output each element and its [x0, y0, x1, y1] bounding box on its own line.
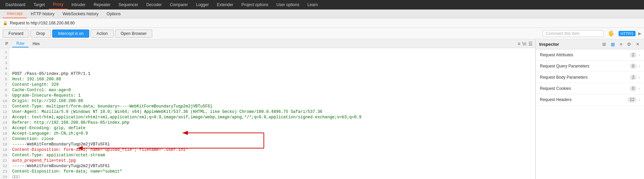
nav-item-comparer[interactable]: Comparer — [166, 0, 192, 9]
inspector-label-request-attributes: Request Attributes — [540, 53, 630, 57]
nav-item-intruder[interactable]: Intruder — [67, 0, 90, 9]
main-area: P Raw Hex ≡ \n ☰ 12345678910111213141516… — [0, 39, 644, 179]
inspector-count-headers: 12 — [627, 97, 637, 102]
inspector-label-body-params: Request Body Parameters — [540, 75, 630, 80]
inspector-list-icon[interactable]: ≡ — [619, 41, 623, 47]
nav-item-user-options[interactable]: User options — [272, 0, 303, 9]
top-nav: Dashboard Target Proxy Intruder Repeater… — [0, 0, 644, 9]
sub-nav-options[interactable]: Options — [102, 9, 124, 18]
inspector-title: Inspector — [539, 42, 599, 47]
lock-icon: 🔒 — [3, 21, 8, 25]
inspector-panel: Inspector ⊞ ▦ ≡ ⚙ ✕ Request Attributes 2… — [535, 39, 644, 179]
inspector-count-request-attributes: 2 — [630, 52, 637, 58]
inspector-count-query-params: 0 — [630, 63, 637, 69]
request-bar: 🔒 Request to http://192.168.200.88:80 — [0, 18, 644, 28]
nav-item-sequencer[interactable]: Sequencer — [115, 0, 142, 9]
sub-nav-http-history[interactable]: HTTP history — [27, 9, 59, 18]
editor-area: P Raw Hex ≡ \n ☰ 12345678910111213141516… — [0, 39, 535, 179]
forward-button[interactable]: Forward — [3, 29, 29, 38]
chevron-right-icon-2: › — [639, 64, 640, 68]
nav-item-project-options[interactable]: Project options — [237, 0, 272, 9]
inspector-close-icon[interactable]: ✕ — [635, 41, 641, 47]
comment-placeholder: Comment this item — [546, 31, 580, 36]
http-version-badge: HTTP/1 — [619, 31, 636, 36]
inspector-label-query-params: Request Query Parameters — [540, 64, 630, 68]
wrap-icon[interactable]: ≡ — [516, 41, 521, 47]
tab-p[interactable]: P — [1, 40, 12, 47]
nav-item-logger[interactable]: Logger — [192, 0, 213, 9]
inspector-table-icon[interactable]: ▦ — [610, 41, 616, 47]
nav-item-target[interactable]: Target — [30, 0, 49, 9]
chevron-right-icon-5: › — [639, 98, 640, 102]
sub-nav-websockets-history[interactable]: WebSockets history — [59, 9, 103, 18]
code-content[interactable]: POST /Pass-05/index.php HTTP/1.1Host: 19… — [9, 48, 535, 179]
action-button[interactable]: Action — [91, 29, 113, 38]
request-url: Request to http://192.168.200.88:80 — [10, 21, 75, 25]
inspector-section-cookies[interactable]: Request Cookies 0 › — [536, 83, 644, 94]
inspector-section-request-attributes[interactable]: Request Attributes 2 › — [536, 49, 644, 61]
sub-nav-intercept[interactable]: Intercept — [3, 9, 27, 18]
inspector-section-query-params[interactable]: Request Query Parameters 0 › — [536, 61, 644, 72]
nav-item-extender[interactable]: Extender — [213, 0, 237, 9]
hand-icon: 🖐 — [608, 30, 614, 37]
expand-icon: ▶ — [638, 31, 641, 36]
editor-content: 123456789101112131415161718192021222324 … — [0, 48, 535, 179]
editor-tabs: P Raw Hex ≡ \n ☰ — [0, 39, 535, 48]
inspector-section-headers[interactable]: Request Headers 12 › — [536, 94, 644, 105]
inspector-count-body-params: 2 — [630, 75, 637, 80]
nav-item-learn[interactable]: Learn — [303, 0, 322, 9]
inspector-header: Inspector ⊞ ▦ ≡ ⚙ ✕ — [536, 39, 644, 49]
nav-item-repeater[interactable]: Repeater — [90, 0, 114, 9]
nav-item-dashboard[interactable]: Dashboard — [1, 0, 30, 9]
tab-raw[interactable]: Raw — [12, 40, 28, 47]
inspector-count-cookies: 0 — [630, 86, 637, 91]
open-browser-button[interactable]: Open Browser — [115, 29, 153, 38]
line-numbers: 123456789101112131415161718192021222324 — [0, 48, 9, 179]
sub-nav: Intercept HTTP history WebSockets histor… — [0, 9, 644, 18]
newline-icon[interactable]: \n — [521, 41, 527, 47]
nav-item-proxy[interactable]: Proxy — [49, 0, 67, 9]
drop-button[interactable]: Drop — [31, 29, 51, 38]
inspector-grid-icon[interactable]: ⊞ — [601, 41, 607, 47]
inspector-label-cookies: Request Cookies — [540, 86, 630, 91]
comment-box[interactable]: Comment this item — [543, 30, 604, 37]
inspector-settings-icon[interactable]: ⚙ — [626, 41, 632, 47]
inspector-label-headers: Request Headers — [540, 97, 627, 102]
tab-hex[interactable]: Hex — [28, 40, 44, 47]
intercept-button[interactable]: Intercept is on — [52, 29, 89, 38]
chevron-right-icon: › — [639, 53, 640, 57]
nav-item-decoder[interactable]: Decoder — [142, 0, 166, 9]
menu-icon[interactable]: ☰ — [527, 41, 534, 47]
chevron-right-icon-4: › — [639, 86, 640, 91]
inspector-section-body-params[interactable]: Request Body Parameters 2 › — [536, 72, 644, 83]
toolbar: Forward Drop Intercept is on Action Open… — [0, 28, 644, 39]
chevron-right-icon-3: › — [639, 75, 640, 79]
